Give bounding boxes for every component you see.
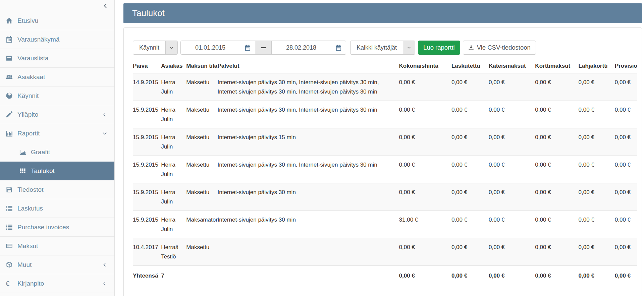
footer-cell [217, 266, 399, 286]
table-cell: 0,00 € [451, 128, 489, 156]
table-cell: 0,00 € [579, 156, 615, 183]
table-cell: 31,00 € [399, 211, 451, 238]
table-cell: 0,00 € [451, 156, 489, 183]
chevron-down-icon [165, 41, 177, 54]
sidebar-item-varauslista[interactable]: Varauslista [0, 49, 114, 68]
date-from-calendar-button[interactable] [240, 41, 255, 55]
table-cell: Maksettu [186, 128, 217, 156]
table-icon [19, 167, 28, 175]
table-cell: 0,00 € [489, 101, 535, 128]
euro-icon: € [6, 280, 14, 288]
table-cell: 0,00 € [579, 238, 615, 266]
column-header: Laskutettu [451, 60, 489, 73]
calendar-icon [6, 36, 14, 44]
sidebar-item-label: Tiedostot [17, 186, 109, 193]
table-cell: 0,00 € [615, 128, 637, 156]
table-row: 15.9.2015Herra JulinMaksettuInternet-siv… [133, 128, 637, 156]
table-cell: 14.9.2015 [133, 73, 161, 101]
table-cell: Maksettu [186, 73, 217, 101]
sidebar-item-yllapito[interactable]: Ylläpito [0, 105, 114, 124]
column-header: Kokonaishinta [399, 60, 451, 73]
home-icon [6, 17, 14, 25]
table-cell: 0,00 € [489, 238, 535, 266]
footer-cell: 0,00 € [535, 266, 578, 286]
table-cell: Herraä Testiö [161, 238, 186, 266]
table-cell: 15.9.2015 [133, 128, 161, 156]
table-row: 15.9.2015Herra JulinMaksamatonInternet-s… [133, 211, 637, 238]
sidebar-item-kirjanpito[interactable]: € Kirjanpito [0, 274, 114, 293]
sidebar-item-tiedostot[interactable]: Tiedostot [0, 180, 114, 199]
sidebar-item-taulukot[interactable]: Taulukot [0, 162, 114, 180]
table-cell: Internet-sivujen päivitys 30 min, Intern… [217, 73, 399, 101]
save-icon [6, 186, 14, 194]
sidebar-item-graafit[interactable]: Graafit [0, 143, 114, 162]
user-filter-value: Kaikki käyttäjät [351, 41, 403, 54]
table-cell: 0,00 € [579, 128, 615, 156]
table-cell: 0,00 € [399, 73, 451, 101]
table-cell: Herra Julin [161, 183, 186, 211]
table-cell: 0,00 € [399, 156, 451, 183]
sidebar-item-label: Laskutus [17, 205, 109, 212]
sidebar: Etusivu Varausnäkymä Varauslista Asiakka… [0, 0, 115, 296]
export-csv-button[interactable]: Vie CSV-tiedostoon [463, 41, 536, 55]
column-header: Lahjakortti [579, 60, 615, 73]
sidebar-collapse-bar [0, 0, 114, 11]
footer-cell: 0,00 € [489, 266, 535, 286]
table-cell: 0,00 € [451, 238, 489, 266]
create-report-button[interactable]: Luo raportti [418, 41, 460, 55]
download-icon [468, 45, 474, 51]
sidebar-item-label: Asiakkaat [17, 73, 109, 81]
date-to-calendar-button[interactable] [331, 41, 346, 55]
sidebar-collapse-button[interactable] [103, 3, 108, 9]
chevron-down-icon [403, 41, 415, 54]
sidebar-item-maksut[interactable]: Maksut [0, 237, 114, 255]
table-cell: Maksettu [186, 238, 217, 266]
sidebar-item-muut[interactable]: Muut [0, 255, 114, 274]
table-cell: Maksamaton [186, 211, 217, 238]
table-cell: 0,00 € [579, 101, 615, 128]
table-cell: Herra Julin [161, 101, 186, 128]
date-to-input[interactable] [271, 41, 331, 55]
sidebar-item-raportit[interactable]: Raportit [0, 124, 114, 143]
table-body: 14.9.2015Herra JulinMaksettuInternet-siv… [133, 73, 637, 266]
credit-card-icon [6, 242, 14, 250]
table-cell: 10.4.2017 [133, 238, 161, 266]
table-row: 10.4.2017Herraä TestiöMaksettu0,00 €0,00… [133, 238, 637, 266]
footer-cell: 0,00 € [579, 266, 615, 286]
sidebar-item-etusivu[interactable]: Etusivu [0, 11, 114, 30]
sidebar-item-label: Muut [17, 261, 102, 269]
sidebar-item-label: Kirjanpito [17, 280, 102, 287]
calendar-icon [335, 45, 342, 51]
page-title: Taulukot [123, 3, 642, 23]
table-cell: 15.9.2015 [133, 211, 161, 238]
report-type-value: Käynnit [133, 41, 165, 54]
table-header-row: Päivä Asiakas Maksun tila Palvelut Kokon… [133, 60, 637, 73]
chevron-left-icon [102, 112, 107, 117]
table-cell: 0,00 € [399, 238, 451, 266]
table-cell: 0,00 € [399, 128, 451, 156]
export-csv-label: Vie CSV-tiedostoon [477, 44, 531, 51]
table-cell: Internet-sivujen päivitys 30 min [217, 211, 399, 238]
date-from-input[interactable] [180, 41, 240, 55]
table-cell: 0,00 € [615, 73, 637, 101]
sidebar-item-asiakkaat[interactable]: Asiakkaat [0, 68, 114, 86]
sidebar-item-laskutus[interactable]: Laskutus [0, 199, 114, 218]
table-cell: 0,00 € [579, 211, 615, 238]
minus-icon [261, 47, 266, 48]
table-cell: Maksettu [186, 156, 217, 183]
sidebar-item-label: Taulukot [31, 167, 109, 175]
table-row: 15.9.2015Herra JulinMaksettuInternet-siv… [133, 156, 637, 183]
sidebar-item-purchase-invoices[interactable]: Purchase invoices [0, 218, 114, 237]
table-cell: Herra Julin [161, 211, 186, 238]
table-cell: 0,00 € [451, 183, 489, 211]
table-cell: 0,00 € [615, 156, 637, 183]
sidebar-item-label: Maksut [17, 242, 109, 250]
sidebar-item-kaynnit[interactable]: Käynnit [0, 86, 114, 105]
sidebar-item-varausnakyma[interactable]: Varausnäkymä [0, 30, 114, 49]
sidebar-item-label: Raportit [17, 130, 102, 137]
table-cell: 0,00 € [489, 211, 535, 238]
table-cell: 0,00 € [579, 183, 615, 211]
report-type-select[interactable]: Käynnit [133, 41, 178, 55]
filter-bar: Käynnit [133, 41, 637, 55]
user-filter-select[interactable]: Kaikki käyttäjät [350, 41, 415, 55]
